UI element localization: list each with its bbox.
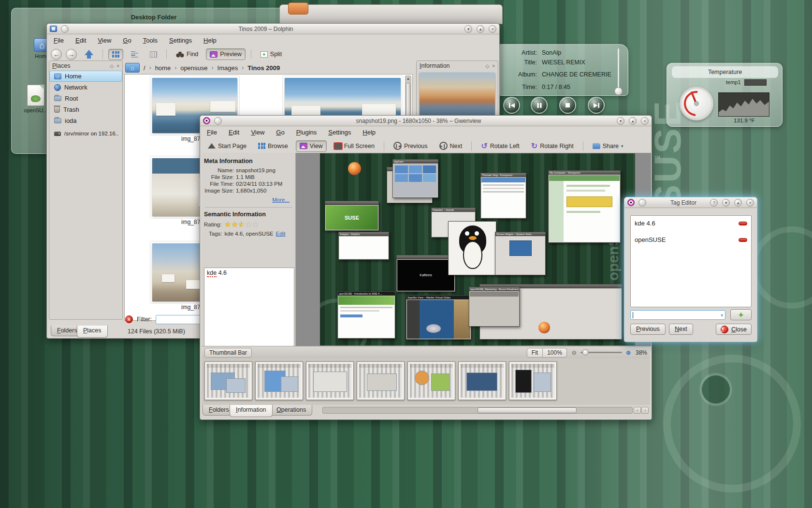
zoom-100-button[interactable]: 100% xyxy=(543,348,567,358)
scrollbar-thumb[interactable] xyxy=(478,407,577,413)
maximize-button[interactable]: ▴ xyxy=(734,199,742,207)
browse-button[interactable]: Browse xyxy=(254,140,292,152)
tag-row[interactable]: openSUSE xyxy=(635,236,747,243)
close-button[interactable]: × xyxy=(489,25,496,33)
find-button[interactable]: Find xyxy=(172,48,202,60)
volume-slider-knob[interactable] xyxy=(614,87,623,95)
zoom-slider-knob[interactable] xyxy=(582,349,589,356)
share-button[interactable]: Share▾ xyxy=(589,140,627,152)
up-button[interactable] xyxy=(81,47,97,61)
place-trash[interactable]: Trash xyxy=(49,104,122,115)
rating-stars[interactable]: ★★★★★★ xyxy=(224,221,259,228)
rotate-right-button[interactable]: ↻Rotate Right xyxy=(527,140,578,152)
thumbnail-item[interactable] xyxy=(458,361,506,400)
tag-editor-titlebar[interactable]: Tag Editor ? ▾ ▴ × xyxy=(624,197,757,208)
window-menu-button[interactable] xyxy=(638,199,646,207)
menu-go[interactable]: Go xyxy=(276,129,284,136)
previous-button[interactable]: ❙◂Previous xyxy=(390,139,432,152)
previous-track-button[interactable] xyxy=(503,97,520,114)
close-panel-icon[interactable]: × xyxy=(116,63,119,69)
edit-tags-link[interactable]: Edit xyxy=(276,231,286,237)
horizontal-scrollbar[interactable] xyxy=(322,407,633,414)
zoom-slider[interactable] xyxy=(580,352,622,353)
menu-plugins[interactable]: Plugins xyxy=(296,129,317,136)
maximize-button[interactable]: ▴ xyxy=(477,25,484,33)
menu-edit[interactable]: Edit xyxy=(75,37,86,44)
pause-button[interactable] xyxy=(531,97,548,114)
rotate-left-button[interactable]: ↺Rotate Left xyxy=(477,140,523,152)
view-button[interactable]: View xyxy=(296,140,327,152)
menu-go[interactable]: Go xyxy=(123,37,131,44)
tag-row[interactable]: kde 4.6 xyxy=(635,220,747,227)
close-dialog-button[interactable]: ×Close xyxy=(716,324,752,335)
tab-information[interactable]: Information xyxy=(230,405,273,417)
breadcrumb-root[interactable]: / xyxy=(144,64,145,72)
thumbnail-bar-toggle[interactable]: Thumbnail Bar xyxy=(204,348,252,358)
minimize-button[interactable]: ▾ xyxy=(464,25,472,33)
remove-tag-icon[interactable] xyxy=(739,238,747,242)
menu-settings[interactable]: Settings xyxy=(328,129,351,136)
scroll-up-arrow[interactable]: ▲ xyxy=(406,76,411,82)
tab-places[interactable]: Places xyxy=(77,326,108,338)
add-tag-button[interactable]: + xyxy=(730,309,752,320)
split-button[interactable]: + Split xyxy=(257,48,286,60)
thumbnail-item[interactable] xyxy=(509,361,557,400)
place-ioda[interactable]: ioda xyxy=(49,115,122,126)
breadcrumb-images[interactable]: Images xyxy=(218,64,238,72)
minimize-button[interactable]: ▾ xyxy=(617,117,624,125)
stop-button[interactable] xyxy=(559,97,576,114)
orange-window-tab[interactable] xyxy=(288,2,308,15)
volume-slider[interactable] xyxy=(618,48,619,90)
float-panel-icon[interactable]: ◇ xyxy=(110,63,114,69)
place-srv-mirror[interactable]: /srv/mirror on 192.16... xyxy=(49,129,122,138)
close-button[interactable]: × xyxy=(641,117,649,125)
clear-filter-icon[interactable]: × xyxy=(125,315,133,323)
thumbnail-item[interactable] xyxy=(357,361,405,400)
menu-help[interactable]: Help xyxy=(203,37,217,44)
breadcrumb-opensuse[interactable]: opensuse xyxy=(180,64,207,72)
back-button[interactable]: ← xyxy=(51,49,62,60)
menu-tools[interactable]: Tools xyxy=(143,37,158,44)
details-view-button[interactable] xyxy=(127,49,142,60)
zoom-out-icon[interactable]: ⊖ xyxy=(572,349,577,356)
gwenview-titlebar[interactable]: snapshot19.png - 812x508 - 38% – Gwenv… xyxy=(200,116,652,126)
menu-file[interactable]: File xyxy=(207,129,217,136)
breadcrumb-home-icon[interactable]: ⌂ xyxy=(125,63,140,73)
start-page-button[interactable]: Start Page xyxy=(204,140,250,152)
window-menu-button[interactable] xyxy=(61,25,69,33)
thumbnail-item[interactable] xyxy=(407,361,455,400)
tab-operations[interactable]: Operations xyxy=(270,405,312,416)
thumbnail-item[interactable] xyxy=(204,361,252,400)
menu-view[interactable]: View xyxy=(251,129,264,136)
window-menu-button[interactable] xyxy=(214,117,222,125)
zoom-in-icon[interactable]: ⊕ xyxy=(626,349,631,356)
maximize-button[interactable]: ▴ xyxy=(629,117,637,125)
place-root[interactable]: Root xyxy=(49,93,122,104)
tag-entry-box[interactable]: kde 4.6 xyxy=(204,268,294,356)
thumbnail-item[interactable] xyxy=(255,361,303,400)
remove-tag-icon[interactable] xyxy=(739,222,747,225)
place-home[interactable]: ⌂Home xyxy=(49,71,122,82)
menu-settings[interactable]: Settings xyxy=(169,37,192,44)
more-link[interactable]: More... xyxy=(272,197,290,203)
forward-button[interactable]: → xyxy=(66,49,77,60)
close-panel-icon[interactable]: × xyxy=(492,63,495,69)
menu-file[interactable]: File xyxy=(54,37,64,44)
next-image-button[interactable]: Next xyxy=(669,324,693,335)
preview-button[interactable]: Preview xyxy=(206,48,245,60)
dolphin-titlebar[interactable]: Tinos 2009 – Dolphin ▾ ▴ × xyxy=(47,24,499,34)
next-track-button[interactable] xyxy=(588,97,605,114)
minimize-button[interactable]: ▾ xyxy=(722,199,730,207)
background-window[interactable] xyxy=(279,4,503,24)
columns-view-button[interactable] xyxy=(146,49,161,60)
breadcrumb-home[interactable]: home xyxy=(155,64,171,72)
scroll-right-arrow[interactable]: › xyxy=(641,407,649,414)
menu-edit[interactable]: Edit xyxy=(229,129,239,136)
thumbnail-item[interactable] xyxy=(306,361,354,400)
image-view-area[interactable]: openSUSE digiKam Thomas' blog - Konquero… xyxy=(296,153,651,346)
next-button[interactable]: ▸❙Next xyxy=(435,139,466,152)
icons-view-button[interactable] xyxy=(108,49,123,60)
menu-view[interactable]: View xyxy=(98,37,111,44)
full-screen-button[interactable]: Full Screen xyxy=(331,140,378,152)
scroll-left-arrow[interactable]: ‹ xyxy=(634,407,641,414)
